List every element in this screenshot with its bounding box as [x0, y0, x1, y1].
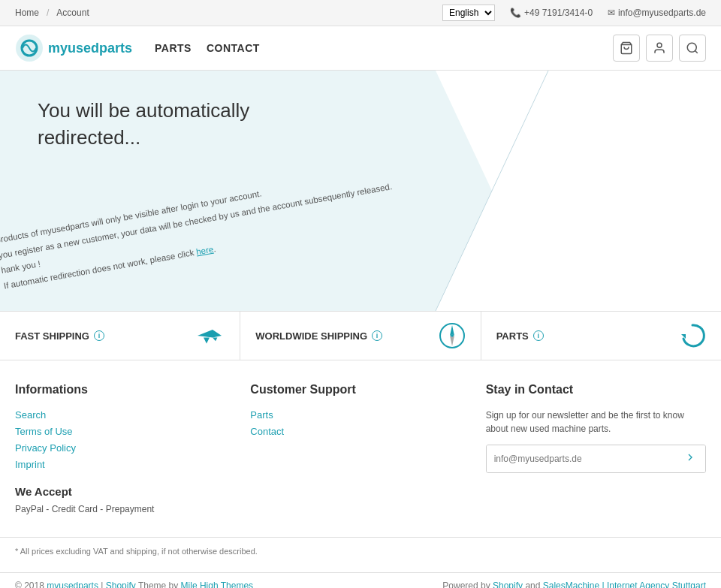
svg-point-4: [687, 43, 696, 52]
sales-machine-link[interactable]: SalesMachine | Internet Agency Stuttgart: [543, 580, 706, 588]
topbar-nav: Home / Account: [15, 8, 89, 18]
contact-footer-link[interactable]: Contact: [250, 426, 284, 437]
main-nav: PARTS CONTACT: [155, 42, 260, 54]
svg-line-5: [695, 50, 697, 53]
language-select[interactable]: English: [442, 5, 495, 21]
phone-number: 📞 +49 7191/3414-0: [510, 8, 593, 18]
footer-stay-in-contact: Stay in Contact Sign up for our newslett…: [486, 383, 706, 514]
topbar-right: English 📞 +49 7191/3414-0 ✉ info@myusedp…: [442, 5, 706, 21]
svg-point-3: [657, 43, 662, 47]
header-right: [613, 35, 706, 62]
copyright-left: © 2018 myusedparts | Shopify Theme by Mi…: [15, 580, 253, 588]
svg-marker-12: [450, 336, 454, 346]
fast-shipping-label: FAST SHIPPING: [15, 330, 89, 342]
we-accept: We Accept PayPal - Credit Card - Prepaym…: [15, 485, 235, 514]
powered-shopify-link[interactable]: Shopify: [493, 580, 523, 588]
list-item: Contact: [250, 425, 470, 437]
search-button[interactable]: [679, 35, 706, 62]
nav-contact[interactable]: CONTACT: [207, 42, 260, 54]
informations-list: Search Terms of Use Privacy Policy Impri…: [15, 409, 235, 470]
cart-icon: [620, 41, 633, 55]
list-item: Imprint: [15, 458, 235, 470]
copyright-bar: © 2018 myusedparts | Shopify Theme by Mi…: [0, 572, 721, 588]
we-accept-heading: We Accept: [15, 485, 235, 498]
parts-label: PARTS: [496, 330, 529, 342]
email-contact: ✉ info@myusedparts.de: [608, 8, 706, 18]
parts-info-icon[interactable]: i: [533, 330, 544, 341]
redirect-heading: You will be automatically redirected...: [38, 97, 698, 152]
logo[interactable]: myusedparts: [15, 34, 132, 62]
mile-high-link[interactable]: Mile High Themes: [181, 580, 253, 588]
newsletter-input[interactable]: [487, 445, 675, 472]
cart-button[interactable]: [613, 35, 640, 62]
stay-in-contact-heading: Stay in Contact: [486, 383, 706, 397]
worldwide-shipping-info-icon[interactable]: i: [372, 330, 382, 341]
shopify-footer-link[interactable]: Shopify: [106, 580, 136, 588]
newsletter-form: [486, 445, 706, 473]
user-button[interactable]: [646, 35, 673, 62]
list-item: Search: [15, 409, 235, 421]
newsletter-description: Sign up for our newsletter and be the fi…: [486, 409, 706, 436]
feature-worldwide-shipping: WORLDWIDE SHIPPING i: [240, 312, 481, 360]
chevron-right-icon: [684, 451, 696, 463]
header: myusedparts PARTS CONTACT: [0, 26, 721, 71]
customer-support-list: Parts Contact: [250, 409, 470, 437]
logo-text: myusedparts: [48, 41, 132, 56]
account-link[interactable]: Account: [56, 8, 89, 18]
footer-informations: Informations Search Terms of Use Privacy…: [15, 383, 235, 514]
user-icon: [653, 41, 666, 55]
vat-notice: * All prices excluding VAT and shipping,…: [15, 547, 706, 556]
myusedparts-footer-link[interactable]: myusedparts: [47, 580, 98, 588]
airplane-icon: [195, 326, 225, 345]
bottom-bar: * All prices excluding VAT and shipping,…: [0, 537, 721, 572]
header-left: myusedparts PARTS CONTACT: [15, 34, 260, 62]
phone-icon: 📞: [510, 8, 521, 18]
list-item: Parts: [250, 409, 470, 421]
copyright-right: Powered by Shopify and SalesMachine | In…: [442, 580, 706, 588]
search-icon: [686, 41, 699, 55]
newsletter-submit-button[interactable]: [675, 445, 705, 472]
nav-parts[interactable]: PARTS: [155, 42, 192, 54]
fast-shipping-info-icon[interactable]: i: [94, 330, 104, 341]
email-icon: ✉: [608, 8, 615, 18]
refresh-icon: [679, 322, 706, 349]
features-bar: FAST SHIPPING i WORLDWIDE SHIPPING i PAR…: [0, 311, 721, 360]
payment-methods: PayPal - Credit Card - Prepayment: [15, 504, 235, 514]
main-content: You will be automatically redirected... …: [0, 71, 721, 311]
redirect-section: You will be automatically redirected...: [0, 71, 721, 174]
list-item: Privacy Policy: [15, 442, 235, 454]
topbar: Home / Account English 📞 +49 7191/3414-0…: [0, 0, 721, 26]
worldwide-shipping-label: WORLDWIDE SHIPPING: [255, 330, 367, 342]
imprint-link[interactable]: Imprint: [15, 459, 45, 470]
logo-icon: [15, 34, 44, 62]
feature-fast-shipping: FAST SHIPPING i: [0, 312, 240, 360]
footer-content: Informations Search Terms of Use Privacy…: [0, 360, 721, 537]
customer-support-heading: Customer Support: [250, 383, 470, 397]
list-item: Terms of Use: [15, 425, 235, 437]
breadcrumb-separator: /: [47, 8, 49, 18]
terms-link[interactable]: Terms of Use: [15, 426, 73, 437]
home-link[interactable]: Home: [15, 8, 39, 18]
svg-marker-11: [450, 325, 454, 336]
here-link[interactable]: here: [195, 245, 214, 257]
parts-footer-link[interactable]: Parts: [250, 409, 273, 421]
feature-parts: PARTS i: [481, 312, 721, 360]
search-link[interactable]: Search: [15, 409, 46, 421]
informations-heading: Informations: [15, 383, 235, 397]
compass-icon: [439, 322, 466, 349]
privacy-link[interactable]: Privacy Policy: [15, 442, 76, 454]
footer-customer-support: Customer Support Parts Contact: [250, 383, 470, 514]
